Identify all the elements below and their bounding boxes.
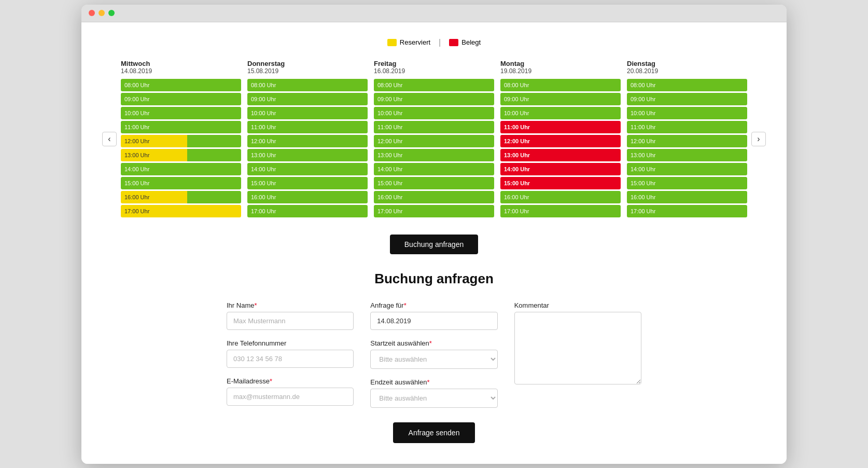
time-slot[interactable]: 16:00 Uhr	[121, 191, 241, 203]
day-date: 19.08.2019	[500, 67, 621, 75]
request-for-label: Anfrage für*	[370, 301, 497, 309]
time-slot[interactable]: 09:00 Uhr	[374, 93, 494, 105]
email-input[interactable]	[227, 388, 354, 406]
day-column: Freitag16.08.201908:00 Uhr09:00 Uhr10:00…	[374, 60, 494, 219]
time-slot[interactable]: 13:00 Uhr	[374, 149, 494, 161]
day-column: Dienstag20.08.201908:00 Uhr09:00 Uhr10:0…	[627, 60, 747, 219]
time-slot[interactable]: 10:00 Uhr	[121, 107, 241, 119]
time-slot[interactable]: 09:00 Uhr	[247, 93, 368, 105]
time-slot[interactable]: 17:00 Uhr	[121, 205, 241, 217]
day-date: 14.08.2019	[121, 67, 241, 75]
day-name: Freitag	[374, 60, 494, 67]
time-slot[interactable]: 11:00 Uhr	[500, 121, 621, 133]
next-arrow[interactable]: ›	[751, 132, 766, 146]
booked-label: Belegt	[461, 38, 481, 46]
time-slot[interactable]: 17:00 Uhr	[374, 205, 494, 217]
time-slot[interactable]: 15:00 Uhr	[374, 177, 494, 189]
time-slot[interactable]: 08:00 Uhr	[374, 79, 494, 91]
time-slot[interactable]: 15:00 Uhr	[247, 177, 368, 189]
comment-textarea[interactable]	[514, 312, 641, 384]
time-slot[interactable]: 14:00 Uhr	[500, 163, 621, 175]
submit-button[interactable]: Anfrage senden	[393, 422, 475, 443]
time-slot[interactable]: 12:00 Uhr	[247, 135, 368, 147]
time-slot[interactable]: 15:00 Uhr	[500, 177, 621, 189]
form-grid: Ihr Name* Ihre Telefonnummer E-Mailadres…	[227, 301, 641, 408]
time-slot[interactable]: 10:00 Uhr	[374, 107, 494, 119]
time-slot[interactable]: 09:00 Uhr	[121, 93, 241, 105]
day-date: 16.08.2019	[374, 67, 494, 75]
time-slot[interactable]: 15:00 Uhr	[121, 177, 241, 189]
request-for-input[interactable]	[370, 312, 497, 330]
time-slot[interactable]: 14:00 Uhr	[121, 163, 241, 175]
day-header: Dienstag20.08.2019	[627, 60, 747, 75]
time-slot[interactable]: 12:00 Uhr	[500, 135, 621, 147]
time-slot[interactable]: 17:00 Uhr	[247, 205, 368, 217]
comment-label: Kommentar	[514, 301, 641, 309]
submit-wrap: Anfrage senden	[227, 422, 641, 443]
day-header: Mittwoch14.08.2019	[121, 60, 241, 75]
booking-request-button[interactable]: Buchung anfragen	[390, 235, 478, 254]
time-slot[interactable]: 10:00 Uhr	[500, 107, 621, 119]
booking-request-btn-wrap: Buchung anfragen	[102, 235, 766, 254]
end-time-select[interactable]: Bitte auswählen09:00 Uhr10:00 Uhr11:00 U…	[370, 389, 497, 408]
time-slot[interactable]: 11:00 Uhr	[247, 121, 368, 133]
end-time-label: Endzeit auswählen*	[370, 378, 497, 386]
start-time-label: Startzeit auswählen*	[370, 339, 497, 347]
time-slot[interactable]: 14:00 Uhr	[247, 163, 368, 175]
time-slot[interactable]: 17:00 Uhr	[627, 205, 747, 217]
time-slot[interactable]: 14:00 Uhr	[627, 163, 747, 175]
email-label: E-Mailadresse*	[227, 377, 354, 385]
legend: Reserviert | Belegt	[102, 38, 766, 47]
end-time-group: Endzeit auswählen* Bitte auswählen09:00 …	[370, 378, 497, 408]
time-slot[interactable]: 11:00 Uhr	[627, 121, 747, 133]
phone-label: Ihre Telefonnummer	[227, 339, 354, 347]
booking-section: Buchung anfragen Ihr Name* Ihre Telefonn…	[227, 271, 641, 443]
day-name: Mittwoch	[121, 60, 241, 67]
time-slot[interactable]: 16:00 Uhr	[374, 191, 494, 203]
phone-input[interactable]	[227, 350, 354, 368]
fullscreen-dot	[108, 10, 115, 16]
prev-arrow[interactable]: ‹	[102, 132, 117, 146]
time-slot[interactable]: 13:00 Uhr	[500, 149, 621, 161]
time-slot[interactable]: 16:00 Uhr	[500, 191, 621, 203]
name-group: Ihr Name*	[227, 301, 354, 330]
time-slot[interactable]: 12:00 Uhr	[121, 135, 241, 147]
minimize-dot	[99, 10, 105, 16]
time-slot[interactable]: 10:00 Uhr	[247, 107, 368, 119]
time-slot[interactable]: 08:00 Uhr	[247, 79, 368, 91]
time-slot[interactable]: 09:00 Uhr	[500, 93, 621, 105]
close-dot	[89, 10, 95, 16]
name-label: Ihr Name*	[227, 301, 354, 309]
time-slot[interactable]: 08:00 Uhr	[121, 79, 241, 91]
browser-content: Reserviert | Belegt ‹ Mittwoch14.08.2019…	[81, 22, 787, 464]
time-slot[interactable]: 11:00 Uhr	[121, 121, 241, 133]
email-group: E-Mailadresse*	[227, 377, 354, 406]
booked-color-box	[449, 39, 458, 46]
calendar-grid: Mittwoch14.08.201908:00 Uhr09:00 Uhr10:0…	[121, 60, 747, 219]
time-slot[interactable]: 13:00 Uhr	[247, 149, 368, 161]
start-time-select[interactable]: Bitte auswählen08:00 Uhr09:00 Uhr10:00 U…	[370, 350, 497, 369]
day-column: Donnerstag15.08.201908:00 Uhr09:00 Uhr10…	[247, 60, 368, 219]
day-date: 15.08.2019	[247, 67, 368, 75]
time-slot[interactable]: 16:00 Uhr	[247, 191, 368, 203]
time-slot[interactable]: 12:00 Uhr	[374, 135, 494, 147]
day-column: Montag19.08.201908:00 Uhr09:00 Uhr10:00 …	[500, 60, 621, 219]
day-name: Montag	[500, 60, 621, 67]
time-slot[interactable]: 08:00 Uhr	[627, 79, 747, 91]
time-slot[interactable]: 16:00 Uhr	[627, 191, 747, 203]
time-slot[interactable]: 09:00 Uhr	[627, 93, 747, 105]
time-slot[interactable]: 13:00 Uhr	[121, 149, 241, 161]
time-slot[interactable]: 13:00 Uhr	[627, 149, 747, 161]
time-slot[interactable]: 14:00 Uhr	[374, 163, 494, 175]
legend-reserved: Reserviert	[387, 38, 430, 46]
time-slot[interactable]: 15:00 Uhr	[627, 177, 747, 189]
name-input[interactable]	[227, 312, 354, 330]
time-slot[interactable]: 12:00 Uhr	[627, 135, 747, 147]
time-slot[interactable]: 11:00 Uhr	[374, 121, 494, 133]
time-slot[interactable]: 10:00 Uhr	[627, 107, 747, 119]
time-slot[interactable]: 17:00 Uhr	[500, 205, 621, 217]
phone-group: Ihre Telefonnummer	[227, 339, 354, 368]
request-for-group: Anfrage für*	[370, 301, 497, 330]
time-slot[interactable]: 08:00 Uhr	[500, 79, 621, 91]
booking-title: Buchung anfragen	[227, 271, 641, 287]
